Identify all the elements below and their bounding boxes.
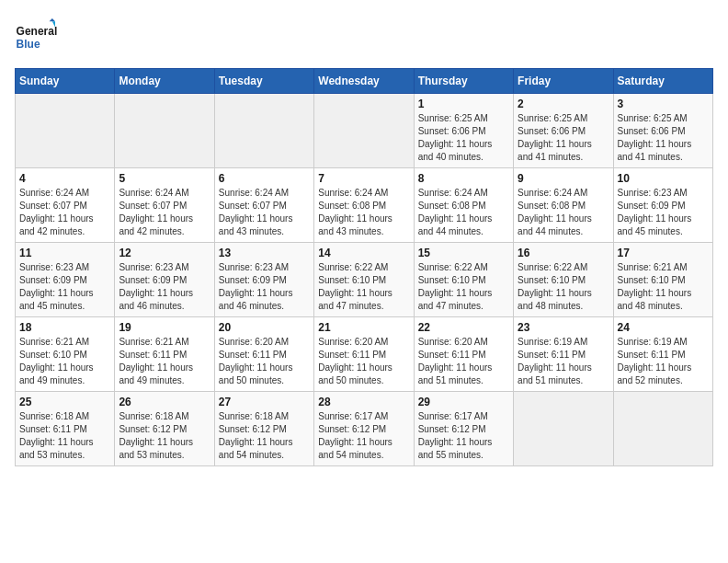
day-cell [115, 94, 214, 168]
day-number: 29 [418, 396, 509, 408]
day-info: Sunrise: 6:21 AMSunset: 6:10 PMDaylight:… [19, 336, 110, 387]
day-number: 5 [119, 172, 210, 185]
week-row-2: 11Sunrise: 6:23 AMSunset: 6:09 PMDayligh… [16, 243, 713, 317]
day-number: 8 [418, 172, 509, 185]
day-number: 21 [318, 321, 409, 334]
day-number: 11 [19, 247, 110, 259]
day-info: Sunrise: 6:23 AMSunset: 6:09 PMDaylight:… [119, 261, 210, 313]
weekday-header-sunday: Sunday [16, 69, 115, 94]
day-cell [613, 392, 712, 466]
day-info: Sunrise: 6:22 AMSunset: 6:10 PMDaylight:… [418, 261, 509, 313]
day-number: 1 [418, 98, 509, 110]
day-cell: 5Sunrise: 6:24 AMSunset: 6:07 PMDaylight… [115, 168, 214, 243]
day-number: 4 [19, 172, 110, 185]
day-cell: 13Sunrise: 6:23 AMSunset: 6:09 PMDayligh… [214, 243, 313, 317]
day-cell: 22Sunrise: 6:20 AMSunset: 6:11 PMDayligh… [414, 317, 513, 392]
weekday-header-tuesday: Tuesday [214, 69, 313, 94]
day-number: 27 [219, 396, 310, 408]
weekday-header-saturday: Saturday [613, 69, 712, 94]
logo-container: General Blue [15, 15, 59, 59]
day-info: Sunrise: 6:23 AMSunset: 6:09 PMDaylight:… [219, 261, 310, 313]
day-number: 7 [318, 172, 409, 185]
day-cell: 9Sunrise: 6:24 AMSunset: 6:08 PMDaylight… [514, 168, 613, 243]
day-cell: 23Sunrise: 6:19 AMSunset: 6:11 PMDayligh… [514, 317, 613, 392]
day-info: Sunrise: 6:19 AMSunset: 6:11 PMDaylight:… [518, 336, 609, 387]
day-number: 17 [618, 247, 709, 259]
day-info: Sunrise: 6:18 AMSunset: 6:11 PMDaylight:… [19, 410, 110, 462]
day-cell: 6Sunrise: 6:24 AMSunset: 6:07 PMDaylight… [214, 168, 313, 243]
day-cell: 10Sunrise: 6:23 AMSunset: 6:09 PMDayligh… [613, 168, 712, 243]
logo-svg: General Blue [15, 15, 59, 59]
svg-marker-2 [50, 18, 55, 21]
day-info: Sunrise: 6:23 AMSunset: 6:09 PMDaylight:… [19, 261, 110, 313]
day-number: 15 [418, 247, 509, 259]
day-cell: 16Sunrise: 6:22 AMSunset: 6:10 PMDayligh… [514, 243, 613, 317]
day-info: Sunrise: 6:22 AMSunset: 6:10 PMDaylight:… [318, 261, 409, 313]
day-cell: 2Sunrise: 6:25 AMSunset: 6:06 PMDaylight… [514, 94, 613, 168]
day-number: 23 [518, 321, 609, 334]
calendar-header: SundayMondayTuesdayWednesdayThursdayFrid… [16, 69, 713, 94]
day-cell [16, 94, 115, 168]
day-number: 14 [318, 247, 409, 259]
day-number: 12 [119, 247, 210, 259]
day-number: 16 [518, 247, 609, 259]
day-cell [214, 94, 313, 168]
calendar-table: SundayMondayTuesdayWednesdayThursdayFrid… [15, 68, 713, 466]
day-cell: 28Sunrise: 6:17 AMSunset: 6:12 PMDayligh… [314, 392, 414, 466]
day-info: Sunrise: 6:19 AMSunset: 6:11 PMDaylight:… [618, 336, 709, 387]
day-cell: 8Sunrise: 6:24 AMSunset: 6:08 PMDaylight… [414, 168, 513, 243]
day-info: Sunrise: 6:20 AMSunset: 6:11 PMDaylight:… [418, 336, 509, 387]
day-cell: 18Sunrise: 6:21 AMSunset: 6:10 PMDayligh… [16, 317, 115, 392]
logo: General Blue [15, 15, 59, 59]
weekday-header-friday: Friday [514, 69, 613, 94]
day-cell: 26Sunrise: 6:18 AMSunset: 6:12 PMDayligh… [115, 392, 214, 466]
weekday-header-wednesday: Wednesday [314, 69, 414, 94]
day-number: 2 [518, 98, 609, 110]
weekday-header-thursday: Thursday [414, 69, 513, 94]
day-number: 3 [618, 98, 709, 110]
svg-text:Blue: Blue [17, 38, 40, 51]
day-info: Sunrise: 6:20 AMSunset: 6:11 PMDaylight:… [219, 336, 310, 387]
day-cell: 20Sunrise: 6:20 AMSunset: 6:11 PMDayligh… [214, 317, 313, 392]
svg-text:General: General [17, 25, 58, 38]
day-number: 13 [219, 247, 310, 259]
day-number: 22 [418, 321, 509, 334]
day-cell: 24Sunrise: 6:19 AMSunset: 6:11 PMDayligh… [613, 317, 712, 392]
day-number: 10 [618, 172, 709, 185]
day-cell: 1Sunrise: 6:25 AMSunset: 6:06 PMDaylight… [414, 94, 513, 168]
day-info: Sunrise: 6:24 AMSunset: 6:07 PMDaylight:… [119, 187, 210, 238]
day-info: Sunrise: 6:17 AMSunset: 6:12 PMDaylight:… [318, 410, 409, 462]
day-number: 24 [618, 321, 709, 334]
day-info: Sunrise: 6:24 AMSunset: 6:08 PMDaylight:… [318, 187, 409, 238]
day-info: Sunrise: 6:24 AMSunset: 6:07 PMDaylight:… [219, 187, 310, 238]
day-cell: 7Sunrise: 6:24 AMSunset: 6:08 PMDaylight… [314, 168, 414, 243]
day-info: Sunrise: 6:22 AMSunset: 6:10 PMDaylight:… [518, 261, 609, 313]
day-info: Sunrise: 6:18 AMSunset: 6:12 PMDaylight:… [219, 410, 310, 462]
day-cell: 3Sunrise: 6:25 AMSunset: 6:06 PMDaylight… [613, 94, 712, 168]
day-number: 28 [318, 396, 409, 408]
week-row-0: 1Sunrise: 6:25 AMSunset: 6:06 PMDaylight… [16, 94, 713, 168]
day-number: 20 [219, 321, 310, 334]
weekday-header-monday: Monday [115, 69, 214, 94]
day-number: 18 [19, 321, 110, 334]
day-info: Sunrise: 6:24 AMSunset: 6:07 PMDaylight:… [19, 187, 110, 238]
day-info: Sunrise: 6:25 AMSunset: 6:06 PMDaylight:… [618, 112, 709, 164]
day-cell: 21Sunrise: 6:20 AMSunset: 6:11 PMDayligh… [314, 317, 414, 392]
day-info: Sunrise: 6:25 AMSunset: 6:06 PMDaylight:… [518, 112, 609, 164]
day-info: Sunrise: 6:25 AMSunset: 6:06 PMDaylight:… [418, 112, 509, 164]
day-number: 9 [518, 172, 609, 185]
day-info: Sunrise: 6:24 AMSunset: 6:08 PMDaylight:… [518, 187, 609, 238]
week-row-3: 18Sunrise: 6:21 AMSunset: 6:10 PMDayligh… [16, 317, 713, 392]
day-cell [514, 392, 613, 466]
day-info: Sunrise: 6:23 AMSunset: 6:09 PMDaylight:… [618, 187, 709, 238]
day-cell: 15Sunrise: 6:22 AMSunset: 6:10 PMDayligh… [414, 243, 513, 317]
day-cell: 27Sunrise: 6:18 AMSunset: 6:12 PMDayligh… [214, 392, 313, 466]
day-info: Sunrise: 6:21 AMSunset: 6:10 PMDaylight:… [618, 261, 709, 313]
day-cell: 25Sunrise: 6:18 AMSunset: 6:11 PMDayligh… [16, 392, 115, 466]
day-cell: 4Sunrise: 6:24 AMSunset: 6:07 PMDaylight… [16, 168, 115, 243]
day-cell: 14Sunrise: 6:22 AMSunset: 6:10 PMDayligh… [314, 243, 414, 317]
page-header: General Blue [15, 15, 713, 59]
day-cell: 12Sunrise: 6:23 AMSunset: 6:09 PMDayligh… [115, 243, 214, 317]
day-cell: 29Sunrise: 6:17 AMSunset: 6:12 PMDayligh… [414, 392, 513, 466]
day-cell [314, 94, 414, 168]
